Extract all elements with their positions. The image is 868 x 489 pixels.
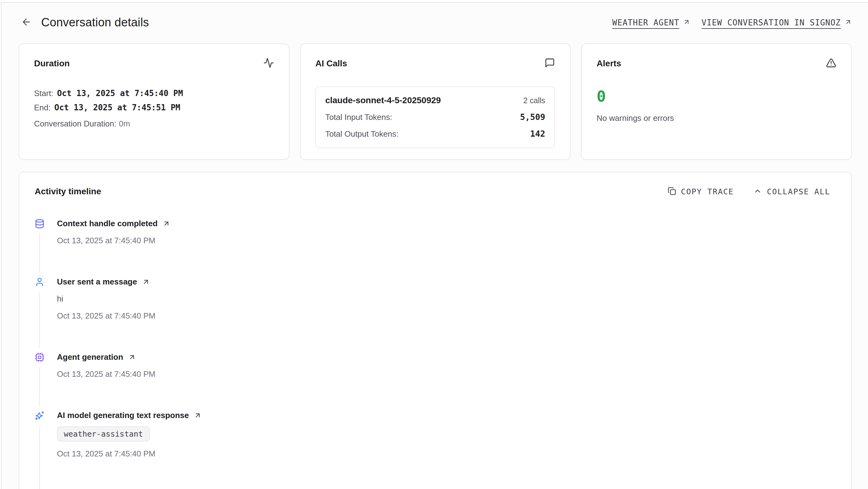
conversation-duration-value: 0m [119,119,130,128]
timeline-item-title: Agent generation [57,352,123,362]
chevron-up-icon [753,187,762,196]
end-value: Oct 13, 2025 at 7:45:51 PM [55,103,181,112]
conversation-details-page: Conversation details WEATHER AGENT VIEW … [1,2,868,489]
timeline-item: User sent a message hi Oct 13, 2025 at 7… [35,277,836,352]
input-tokens-label: Total Input Tokens: [326,113,392,122]
start-label: Start: [34,89,53,98]
timeline-item: Agent generation Oct 13, 2025 at 7:45:40… [35,352,836,411]
model-usage-box: claude-sonnet-4-5-20250929 2 calls Total… [315,86,555,148]
page-title: Conversation details [41,16,149,29]
header-links: WEATHER AGENT VIEW CONVERSATION IN SIGNO… [612,18,852,27]
ai-calls-card-header: AI Calls [315,58,555,69]
conversation-duration-row: Conversation Duration:0m [34,119,274,128]
timeline-item-title: User sent a message [57,277,137,287]
alerts-card-title: Alerts [596,59,621,68]
timeline-item-badge: weather-assistant [57,426,150,441]
timeline-item-content: AI model generating text response weathe… [57,411,836,459]
output-tokens-row: Total Output Tokens: 142 [326,129,546,139]
collapse-all-label: COLLAPSE ALL [767,187,830,196]
input-tokens-row: Total Input Tokens: 5,509 [326,112,546,122]
timeline-item-content: Agent generation Oct 13, 2025 at 7:45:40… [57,352,836,379]
arrow-up-right-icon [844,18,852,27]
timeline-item-title-row: User sent a message [57,277,836,287]
timeline-item-title: Context handle completed [57,219,158,228]
timeline-item-timestamp: Oct 13, 2025 at 7:45:40 PM [57,449,836,459]
model-name: claude-sonnet-4-5-20250929 [326,95,441,105]
arrow-up-right-icon[interactable] [142,278,150,286]
arrow-up-right-icon[interactable] [128,353,136,361]
timeline-item-title-row: AI model generating text response [57,411,836,420]
ai-calls-card: AI Calls claude-sonnet-4-5-20250929 2 ca… [300,44,571,160]
activity-timeline-card: Activity timeline COPY TRACE COLLAPSE AL… [19,172,852,489]
view-conversation-link-label: VIEW CONVERSATION IN SIGNOZ [702,18,841,27]
end-label: End: [34,103,51,112]
timeline-item-timestamp: Oct 13, 2025 at 7:45:40 PM [57,311,836,321]
arrow-up-right-icon[interactable] [162,220,170,227]
duration-card-title: Duration [34,59,70,68]
timeline-item-title: AI model generating text response [57,411,189,420]
output-tokens-label: Total Output Tokens: [326,129,399,139]
timeline-item: Context handle completed Oct 13, 2025 at… [35,219,836,277]
copy-trace-label: COPY TRACE [681,187,734,196]
conversation-duration-label: Conversation Duration: [34,119,116,128]
end-row: End:Oct 13, 2025 at 7:45:51 PM [34,101,274,114]
message-square-icon [545,58,555,69]
timeline-title: Activity timeline [35,186,101,197]
alert-triangle-icon [826,58,836,69]
alerts-card: Alerts 0 No warnings or errors [581,44,852,160]
model-row: claude-sonnet-4-5-20250929 2 calls [326,95,546,105]
database-icon [35,219,44,229]
alerts-message: No warnings or errors [596,113,836,123]
timeline-actions: COPY TRACE COLLAPSE ALL [668,187,830,196]
alerts-card-header: Alerts [596,58,836,69]
ai-calls-card-title: AI Calls [315,59,347,68]
user-icon [35,277,44,287]
input-tokens-value: 5,509 [520,112,545,122]
timeline-item-title-row: Context handle completed [57,219,836,228]
weather-agent-link-label: WEATHER AGENT [612,18,680,27]
start-row: Start:Oct 13, 2025 at 7:45:40 PM [34,87,274,100]
duration-card: Duration Start:Oct 13, 2025 at 7:45:40 P… [19,44,289,160]
timeline-header: Activity timeline COPY TRACE COLLAPSE AL… [35,186,836,197]
output-tokens-value: 142 [530,129,546,139]
timeline-item-body: hi [57,294,836,304]
copy-trace-button[interactable]: COPY TRACE [668,187,734,196]
arrow-left-icon [21,17,32,28]
start-value: Oct 13, 2025 at 7:45:40 PM [57,89,183,98]
timeline-item-timestamp: Oct 13, 2025 at 7:45:40 PM [57,236,836,246]
stat-cards-row: Duration Start:Oct 13, 2025 at 7:45:40 P… [19,44,852,160]
arrow-up-right-icon [683,18,690,27]
back-button[interactable] [20,17,32,29]
timeline-item-timestamp: Oct 13, 2025 at 7:45:40 PM [57,369,836,379]
copy-icon [668,187,676,196]
model-calls-count: 2 calls [523,96,545,105]
cpu-icon [35,352,44,362]
sparkles-icon [35,411,44,421]
collapse-all-button[interactable]: COLLAPSE ALL [753,187,830,196]
timeline-item-content: User sent a message hi Oct 13, 2025 at 7… [57,277,836,321]
timeline-item-content: Context handle completed Oct 13, 2025 at… [57,219,836,246]
timeline-list: Context handle completed Oct 13, 2025 at… [35,219,836,459]
duration-card-header: Duration [34,58,274,69]
activity-icon [264,58,274,69]
weather-agent-link[interactable]: WEATHER AGENT [612,18,691,27]
arrow-up-right-icon[interactable] [194,411,202,419]
page-header: Conversation details WEATHER AGENT VIEW … [20,16,852,29]
view-conversation-in-signoz-link[interactable]: VIEW CONVERSATION IN SIGNOZ [702,18,852,27]
timeline-item-title-row: Agent generation [57,352,836,362]
alerts-count: 0 [596,87,836,105]
timeline-item: AI model generating text response weathe… [35,411,836,459]
